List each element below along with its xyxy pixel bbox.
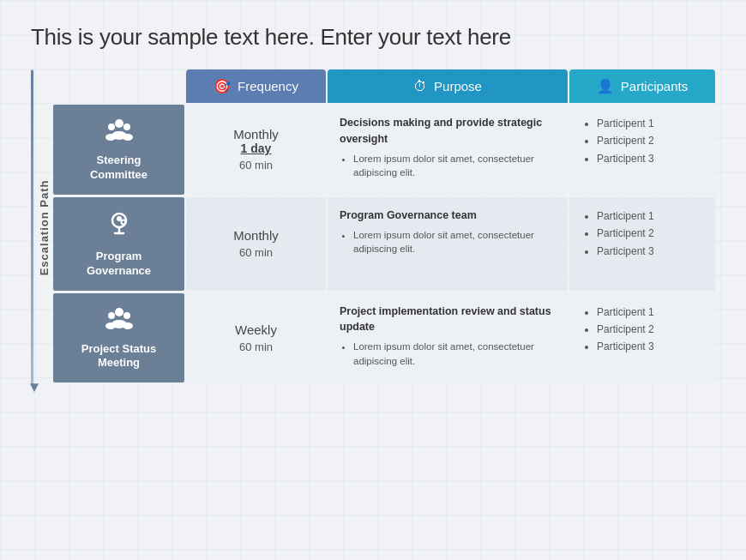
header-frequency: 🎯 Frequency [186, 69, 326, 103]
participant-item: Participent 3 [597, 243, 701, 260]
participants-cell-steering-committee: Participent 1Participent 2Participent 3 [569, 105, 715, 195]
participant-item: Participent 2 [597, 225, 701, 242]
svg-point-12 [108, 312, 115, 319]
purpose-cell-steering-committee: Decisions making and provide strategic o… [328, 105, 568, 195]
data-row-project-status-meeting: Project Status MeetingWeekly60 minProjec… [53, 293, 715, 383]
svg-point-16 [123, 322, 133, 329]
data-row-steering-committee: Steering CommitteeMonthly1 day60 minDeci… [53, 105, 715, 195]
freq-underline-steering-committee: 1 day [241, 142, 272, 155]
freq-sub-program-governance: 60 min [239, 246, 273, 259]
row-icon-steering-committee [105, 117, 134, 147]
participant-item: Participent 3 [597, 338, 701, 355]
escalation-arrow-icon [30, 383, 39, 392]
page: This is your sample text here. Enter you… [0, 0, 746, 402]
frequency-header-icon: 🎯 [214, 78, 231, 94]
participant-item: Participent 1 [597, 208, 701, 225]
svg-point-11 [115, 308, 123, 316]
participants-header-label: Participants [621, 79, 688, 93]
purpose-list-item: Lorem ipsum dolor sit amet, consectetuer… [353, 340, 556, 368]
participants-list-program-governance: Participent 1Participent 2Participent 3 [583, 208, 701, 260]
participant-item: Participent 1 [597, 115, 701, 132]
frequency-header-label: Frequency [238, 79, 298, 93]
freq-sub-project-status-meeting: 60 min [239, 340, 273, 353]
participants-cell-program-governance: Participent 1Participent 2Participent 3 [569, 197, 715, 291]
svg-point-15 [105, 322, 116, 329]
row-label-program-governance: Program Governance [53, 197, 184, 291]
svg-point-1 [108, 123, 115, 130]
header-participants: 👤 Participants [569, 69, 715, 103]
purpose-list-item: Lorem ipsum dolor sit amet, consectetuer… [353, 152, 556, 180]
row-label-text-steering-committee: Steering Committee [90, 154, 147, 183]
purpose-bold-program-governance: Program Governance team [340, 208, 556, 224]
table-wrapper: Escalation Path 🎯 Frequency ⏱ Purpose 👤 … [31, 69, 715, 385]
participant-item: Participent 2 [597, 321, 701, 338]
svg-point-4 [105, 134, 116, 141]
svg-point-0 [115, 119, 123, 128]
main-table: 🎯 Frequency ⏱ Purpose 👤 Participants [53, 69, 715, 385]
purpose-list-item: Lorem ipsum dolor sit amet, consectetuer… [353, 228, 556, 256]
rows-container: Steering CommitteeMonthly1 day60 minDeci… [53, 105, 715, 385]
purpose-list-steering-committee: Lorem ipsum dolor sit amet, consectetuer… [340, 152, 556, 180]
svg-point-2 [123, 123, 130, 130]
escalation-label: Escalation Path [31, 69, 53, 385]
header-purpose: ⏱ Purpose [328, 69, 568, 103]
freq-main-project-status-meeting: Weekly [235, 322, 277, 337]
freq-main-program-governance: Monthly [233, 228, 279, 243]
purpose-list-project-status-meeting: Lorem ipsum dolor sit amet, consectetuer… [340, 340, 556, 368]
row-icon-project-status-meeting [105, 305, 134, 335]
purpose-header-label: Purpose [434, 79, 482, 93]
svg-point-13 [123, 312, 130, 319]
row-label-text-program-governance: Program Governance [87, 250, 151, 279]
participant-item: Participent 1 [597, 304, 701, 321]
svg-point-5 [123, 134, 133, 141]
participant-item: Participent 2 [597, 132, 701, 149]
purpose-bold-project-status-meeting: Project implementation review and status… [340, 304, 556, 336]
freq-main-steering-committee: Monthly [233, 127, 279, 142]
row-label-text-project-status-meeting: Project Status Meeting [81, 342, 156, 371]
freq-cell-program-governance: Monthly60 min [186, 197, 326, 291]
header-row: 🎯 Frequency ⏱ Purpose 👤 Participants [53, 69, 715, 103]
freq-cell-project-status-meeting: Weekly60 min [186, 293, 326, 383]
data-row-program-governance: Program GovernanceMonthly60 minProgram G… [53, 197, 715, 291]
purpose-header-icon: ⏱ [413, 79, 427, 94]
row-icon-program-governance [105, 209, 133, 243]
freq-cell-steering-committee: Monthly1 day60 min [186, 105, 326, 195]
purpose-bold-steering-committee: Decisions making and provide strategic o… [340, 115, 556, 148]
row-label-project-status-meeting: Project Status Meeting [53, 293, 184, 383]
purpose-cell-program-governance: Program Governance teamLorem ipsum dolor… [328, 197, 568, 291]
row-label-steering-committee: Steering Committee [53, 105, 184, 195]
freq-sub-steering-committee: 60 min [239, 159, 273, 172]
svg-point-8 [121, 220, 125, 224]
page-title: This is your sample text here. Enter you… [31, 24, 715, 51]
purpose-cell-project-status-meeting: Project implementation review and status… [328, 293, 568, 383]
participants-list-steering-committee: Participent 1Participent 2Participent 3 [583, 115, 701, 167]
participant-item: Participent 3 [597, 150, 701, 167]
participants-header-icon: 👤 [597, 78, 614, 94]
participants-list-project-status-meeting: Participent 1Participent 2Participent 3 [583, 304, 701, 356]
purpose-list-program-governance: Lorem ipsum dolor sit amet, consectetuer… [340, 228, 556, 256]
header-spacer [53, 69, 186, 103]
participants-cell-project-status-meeting: Participent 1Participent 2Participent 3 [569, 293, 715, 383]
